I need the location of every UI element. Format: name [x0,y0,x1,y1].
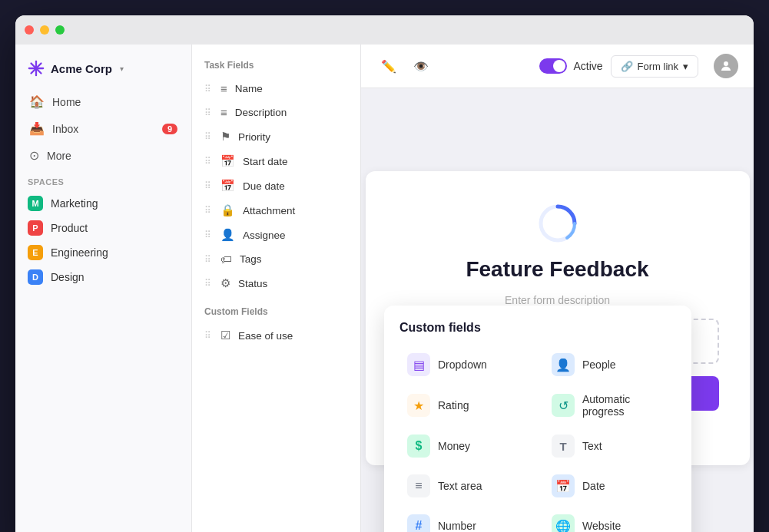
form-description: Enter form description [505,294,610,306]
sidebar-item-inbox-label: Inbox [52,123,78,135]
field-attachment[interactable]: ⠿ 🔒 Attachment [192,198,360,223]
field-ease-of-use[interactable]: ⠿ ☑ Ease of use [192,323,360,348]
toggle-switch[interactable] [539,58,567,74]
ease-icon: ☑ [220,329,230,342]
space-marketing-label: Marketing [51,197,98,210]
custom-fields-overlay: Custom fields ▤ Dropdown 👤 People ★ Rati… [384,306,691,532]
field-assignee[interactable]: ⠿ 👤 Assignee [192,223,360,247]
field-assignee-label: Assignee [243,230,286,241]
cf-item-rating[interactable]: ★ Rating [399,387,532,424]
field-priority-label: Priority [238,131,270,143]
sidebar-item-product[interactable]: P Product [15,216,191,240]
field-name[interactable]: ⠿ ≡ Name [192,77,360,101]
cf-item-money[interactable]: $ Money [399,428,532,464]
edit-button[interactable]: ✏️ [376,54,401,78]
close-button[interactable] [25,25,34,35]
svg-point-4 [724,61,728,66]
sidebar-item-home[interactable]: 🏠 Home [22,89,185,114]
cf-item-text[interactable]: T Text [544,428,676,464]
field-tags[interactable]: ⠿ 🏷 Tags [192,247,360,271]
number-icon: # [407,514,430,532]
inbox-icon: 📥 [29,121,45,136]
sidebar-item-more-label: More [47,150,71,162]
cf-item-auto-progress[interactable]: ↺ Automatic progress [544,387,676,424]
inbox-badge: 9 [162,124,177,134]
loader-icon [536,202,579,245]
drag-handle-priority: ⠿ [204,131,211,142]
field-status[interactable]: ⠿ ⚙ Status [192,271,360,296]
field-name-label: Name [235,83,263,94]
cf-grid: ▤ Dropdown 👤 People ★ Rating ↺ Automatic… [399,347,676,532]
drag-handle-attachment: ⠿ [204,205,211,216]
cf-text-label: Text [582,440,602,452]
field-status-label: Status [238,278,267,289]
priority-icon: ⚑ [220,130,230,144]
space-icon-p: P [28,220,43,236]
date-icon: 📅 [552,474,575,497]
sidebar-item-inbox[interactable]: 📥 Inbox 9 [22,116,185,141]
app-window: Acme Corp ▾ 🏠 Home 📥 Inbox 9 ⊙ More S [15,15,754,532]
brand-button[interactable]: Acme Corp ▾ [15,54,191,89]
space-icon-e: E [28,245,43,260]
form-link-button[interactable]: 🔗 Form link ▾ [611,55,698,78]
cf-item-website[interactable]: 🌐 Website [544,508,676,532]
field-due-date-label: Due date [243,180,285,192]
drag-handle-status: ⠿ [204,278,211,289]
overlay-title: Custom fields [399,321,676,335]
active-toggle[interactable]: Active [539,58,602,74]
cf-auto-progress-label: Automatic progress [582,393,668,418]
cf-item-textarea[interactable]: ≡ Text area [399,468,532,504]
cf-item-date[interactable]: 📅 Date [544,468,676,504]
website-icon: 🌐 [552,514,575,532]
cf-website-label: Website [582,520,621,532]
sidebar-item-design[interactable]: D Design [15,265,191,289]
spaces-label: Spaces [15,168,191,191]
drag-handle-start-date: ⠿ [204,156,211,167]
eye-icon: 👁️ [413,59,429,74]
toggle-knob [553,60,565,72]
brand-chevron: ▾ [120,64,124,73]
attachment-icon: 🔒 [220,203,235,217]
field-start-date[interactable]: ⠿ 📅 Start date [192,149,360,173]
main-content: ✏️ 👁️ Active 🔗 Form link ▾ [361,45,754,532]
more-icon: ⊙ [29,148,39,163]
maximize-button[interactable] [55,25,65,35]
drag-handle-due-date: ⠿ [204,180,211,191]
custom-fields-label: Custom Fields [192,303,360,323]
cf-item-dropdown[interactable]: ▤ Dropdown [399,347,532,382]
space-engineering-label: Engineering [51,246,108,259]
field-start-date-label: Start date [243,156,288,167]
tags-icon: 🏷 [220,253,232,266]
cf-item-people[interactable]: 👤 People [544,347,676,382]
field-attachment-label: Attachment [243,205,295,216]
space-design-label: Design [51,271,85,283]
due-date-icon: 📅 [220,179,235,193]
space-product-label: Product [51,222,88,234]
preview-button[interactable]: 👁️ [409,54,433,78]
link-icon: 🔗 [621,61,633,72]
cf-number-label: Number [438,520,476,532]
cf-item-number[interactable]: # Number [399,508,532,532]
sidebar-item-more[interactable]: ⊙ More [22,143,185,168]
cf-textarea-label: Text area [438,480,482,492]
description-icon: ≡ [220,106,227,119]
space-icon-d: D [28,269,43,285]
form-title: Feature Feedback [466,257,648,282]
dropdown-icon: ▤ [407,353,430,376]
field-description-label: Description [235,107,287,118]
home-icon: 🏠 [29,94,45,109]
field-priority[interactable]: ⠿ ⚑ Priority [192,124,360,149]
task-fields-label: Task Fields [192,57,360,77]
sidebar: Acme Corp ▾ 🏠 Home 📥 Inbox 9 ⊙ More S [15,45,192,532]
fields-panel: Task Fields ⠿ ≡ Name ⠿ ≡ Description ⠿ ⚑… [192,45,361,532]
sidebar-item-engineering[interactable]: E Engineering [15,240,191,265]
app-body: Acme Corp ▾ 🏠 Home 📥 Inbox 9 ⊙ More S [15,45,754,532]
drag-handle-name: ⠿ [204,84,211,94]
rating-icon: ★ [407,394,430,417]
avatar [714,54,738,78]
field-description[interactable]: ⠿ ≡ Description [192,101,360,124]
field-due-date[interactable]: ⠿ 📅 Due date [192,173,360,198]
field-tags-label: Tags [240,253,262,265]
sidebar-item-marketing[interactable]: M Marketing [15,191,191,216]
minimize-button[interactable] [40,25,49,35]
